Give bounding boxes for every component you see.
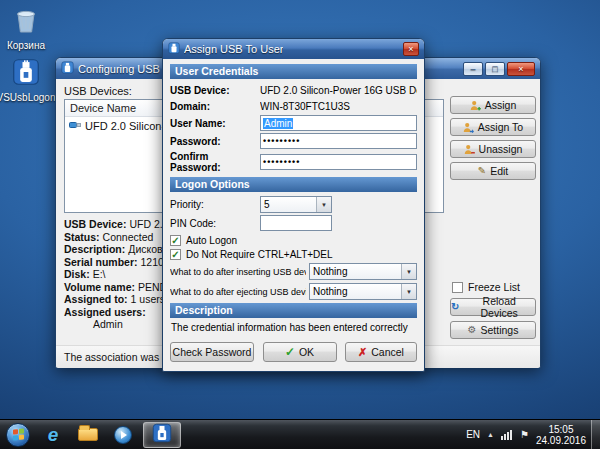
vsusblogon-taskbar-icon [152,423,172,447]
priority-label: Priority: [170,199,260,210]
row-user-name: User Name: Admin [170,115,417,131]
app-usb-icon [61,61,74,76]
language-indicator[interactable]: EN [466,429,480,440]
dialog-titlebar[interactable]: Assign USB To User × [163,39,424,59]
usb-device-value: UFD 2.0 Silicon-Power 16G USB Device [260,85,417,96]
after-ejecting-dropdown[interactable]: Nothing ▼ [309,283,417,300]
dialog-buttons: Check Password ✓ OK ✗ Cancel [170,342,417,362]
settings-button[interactable]: ⚙ Settings [450,321,536,339]
media-player-icon [114,426,132,444]
column-device-name: Device Name [70,102,136,114]
freeze-list-checkbox-row[interactable]: Freeze List [452,281,520,293]
confirm-password-input[interactable]: ••••••••• [260,154,417,170]
desktop-icon-label: Корзина [7,40,45,51]
section-user-credentials: User Credentials [170,64,417,79]
desktop: Корзина VSUsbLogon Config [0,0,600,449]
folder-icon [78,428,98,441]
password-masked-value: ••••••••• [263,136,300,146]
unassign-icon [464,144,475,155]
dialog-close-button[interactable]: × [403,42,419,56]
username-selected-text: Admin [263,118,293,129]
assign-to-button[interactable]: Assign To [450,118,536,136]
x-icon: ✗ [358,346,367,359]
section-description: Description [170,303,417,318]
desktop-icon-recycle-bin[interactable]: Корзина [0,6,52,51]
cancel-button[interactable]: ✗ Cancel [345,342,417,362]
vsusblogon-icon [12,58,40,90]
after-ejecting-value: Nothing [313,286,347,297]
after-ejecting-label: What to do after ejecting USB device: [170,287,306,297]
taskbar-icons: e [38,422,181,448]
taskbar-explorer[interactable] [73,422,103,448]
desktop-icon-label: VSUsbLogon [0,92,55,103]
chevron-down-icon[interactable]: ▼ [401,284,416,299]
taskbar-media-player[interactable] [108,422,138,448]
no-ctrl-alt-del-checkbox[interactable]: ✓ [170,249,181,260]
internet-explorer-icon: e [48,424,59,446]
after-inserting-label: What to do after inserting USB device: [170,267,306,277]
show-hidden-icons-arrow[interactable]: ▲ [487,431,494,438]
domain-value: WIN-8T30FTC1U3S [260,101,350,112]
freeze-list-checkbox[interactable] [452,282,463,293]
gear-icon: ⚙ [468,325,477,335]
section-logon-options: Logon Options [170,177,417,192]
auto-logon-row[interactable]: ✓ Auto Logon [170,235,417,246]
confirm-password-masked-value: ••••••••• [263,157,300,167]
auto-logon-checkbox[interactable]: ✓ [170,235,181,246]
assign-usb-dialog: Assign USB To User × User Credentials US… [162,38,425,372]
edit-pencil-icon: ✎ [478,166,486,176]
row-after-ejecting: What to do after ejecting USB device: No… [170,283,417,300]
assign-button[interactable]: Assign [450,96,536,114]
dialog-title: Assign USB To User [184,43,283,55]
username-label: User Name: [170,118,260,129]
clock-time: 15:05 [536,424,586,435]
network-icon[interactable] [501,426,513,444]
close-button[interactable]: × [507,62,535,76]
no-ctrl-alt-del-label: Do Not Require CTRL+ALT+DEL [186,249,333,260]
windows-flag-icon [13,428,24,440]
row-after-inserting: What to do after inserting USB device: N… [170,263,417,280]
priority-value: 5 [264,199,270,210]
check-password-button[interactable]: Check Password [170,342,254,362]
pin-code-input[interactable] [260,215,332,231]
row-confirm-password: Confirm Password: ••••••••• [170,151,417,173]
edit-button[interactable]: ✎ Edit [450,162,536,180]
clock[interactable]: 15:05 24.09.2016 [536,424,586,446]
row-password: Password: ••••••••• [170,133,417,149]
password-input[interactable]: ••••••••• [260,133,417,149]
usb-devices-label: USB Devices: [64,85,132,97]
usb-device-label: USB Device: [170,85,260,96]
action-center-flag-icon[interactable]: ⚑ [520,429,529,440]
taskbar: e EN ▲ [0,419,600,449]
freeze-list-label: Freeze List [468,281,520,293]
no-ctrl-alt-del-row[interactable]: ✓ Do Not Require CTRL+ALT+DEL [170,249,417,260]
clock-date: 24.09.2016 [536,435,586,446]
check-icon: ✓ [285,345,295,359]
taskbar-internet-explorer[interactable]: e [38,422,68,448]
pin-code-label: PIN Code: [170,218,260,229]
minimize-button[interactable]: – [463,62,483,76]
row-pin-code: PIN Code: [170,215,417,231]
reload-devices-button[interactable]: ↻ Reload Devices [450,298,536,316]
after-inserting-dropdown[interactable]: Nothing ▼ [309,263,417,280]
system-tray: EN ▲ ⚑ 15:05 24.09.2016 [466,424,600,446]
unassign-button[interactable]: Unassign [450,140,536,158]
priority-dropdown[interactable]: 5 ▼ [260,196,332,213]
taskbar-vsusblogon-active[interactable] [143,422,181,448]
domain-label: Domain: [170,101,260,112]
username-input[interactable]: Admin [260,115,417,131]
ok-button[interactable]: ✓ OK [263,342,337,362]
confirm-password-label: Confirm Password: [170,151,260,173]
chevron-down-icon[interactable]: ▼ [316,197,331,212]
start-button[interactable] [6,423,30,447]
assign-to-icon [463,122,474,133]
assign-icon [470,100,481,111]
maximize-button[interactable]: □ [485,62,505,76]
row-usb-device: USB Device: UFD 2.0 Silicon-Power 16G US… [170,83,417,97]
reload-icon: ↻ [451,302,459,312]
chevron-down-icon[interactable]: ▼ [401,264,416,279]
dialog-body: User Credentials USB Device: UFD 2.0 Sil… [163,59,424,371]
show-desktop-button[interactable] [591,420,600,449]
recycle-bin-icon [13,6,39,38]
desktop-icon-vsusblogon[interactable]: VSUsbLogon [0,58,52,103]
